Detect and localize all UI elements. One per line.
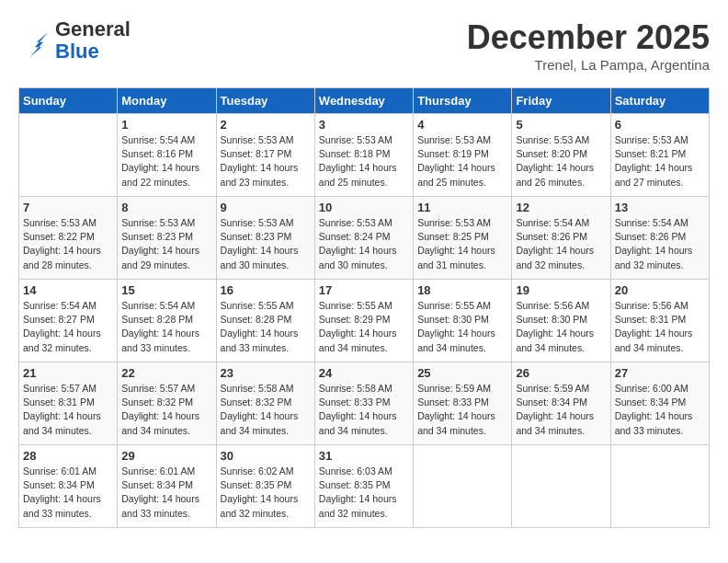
calendar-cell: 14Sunrise: 5:54 AM Sunset: 8:27 PM Dayli… (19, 280, 118, 362)
day-detail: Sunrise: 5:53 AM Sunset: 8:19 PM Dayligh… (417, 133, 507, 190)
calendar-week-4: 21Sunrise: 5:57 AM Sunset: 8:31 PM Dayli… (19, 362, 710, 445)
calendar-cell: 7Sunrise: 5:53 AM Sunset: 8:22 PM Daylig… (19, 197, 118, 280)
calendar-week-5: 28Sunrise: 6:01 AM Sunset: 8:34 PM Dayli… (19, 445, 710, 528)
day-number: 22 (121, 366, 211, 380)
day-detail: Sunrise: 6:01 AM Sunset: 8:34 PM Dayligh… (23, 465, 113, 521)
logo-icon (18, 24, 51, 57)
day-detail: Sunrise: 5:54 AM Sunset: 8:28 PM Dayligh… (121, 299, 211, 355)
month-title: December 2025 (467, 18, 710, 57)
day-number: 27 (615, 366, 705, 380)
calendar-cell: 9Sunrise: 5:53 AM Sunset: 8:23 PM Daylig… (216, 197, 314, 280)
day-number: 14 (23, 283, 113, 297)
day-detail: Sunrise: 5:55 AM Sunset: 8:30 PM Dayligh… (417, 299, 507, 355)
calendar-cell: 3Sunrise: 5:53 AM Sunset: 8:18 PM Daylig… (314, 114, 413, 197)
day-number: 26 (516, 366, 606, 380)
calendar-body: 1Sunrise: 5:54 AM Sunset: 8:16 PM Daylig… (19, 114, 710, 528)
day-number: 31 (319, 449, 409, 463)
day-detail: Sunrise: 6:02 AM Sunset: 8:35 PM Dayligh… (221, 465, 311, 521)
day-number: 9 (221, 201, 311, 214)
col-wednesday: Wednesday (314, 88, 413, 114)
calendar-cell: 6Sunrise: 5:53 AM Sunset: 8:21 PM Daylig… (610, 114, 709, 197)
day-number: 29 (121, 449, 211, 463)
calendar-cell: 12Sunrise: 5:54 AM Sunset: 8:26 PM Dayli… (512, 197, 610, 280)
calendar-cell: 24Sunrise: 5:58 AM Sunset: 8:33 PM Dayli… (314, 362, 413, 445)
calendar-week-3: 14Sunrise: 5:54 AM Sunset: 8:27 PM Dayli… (19, 280, 710, 362)
day-number: 8 (121, 201, 211, 214)
calendar-cell: 8Sunrise: 5:53 AM Sunset: 8:23 PM Daylig… (118, 197, 216, 280)
logo-blue: Blue (55, 40, 131, 63)
header-row: Sunday Monday Tuesday Wednesday Thursday… (19, 88, 710, 114)
day-detail: Sunrise: 5:58 AM Sunset: 8:33 PM Dayligh… (319, 382, 409, 438)
calendar-cell: 21Sunrise: 5:57 AM Sunset: 8:31 PM Dayli… (19, 362, 118, 445)
day-number: 2 (221, 118, 311, 132)
day-detail: Sunrise: 5:56 AM Sunset: 8:30 PM Dayligh… (516, 299, 606, 355)
day-number: 21 (23, 366, 113, 380)
day-number: 20 (615, 283, 705, 297)
calendar-cell: 29Sunrise: 6:01 AM Sunset: 8:34 PM Dayli… (118, 445, 216, 528)
calendar-week-2: 7Sunrise: 5:53 AM Sunset: 8:22 PM Daylig… (19, 197, 710, 280)
day-detail: Sunrise: 5:54 AM Sunset: 8:26 PM Dayligh… (615, 216, 705, 272)
calendar-table: Sunday Monday Tuesday Wednesday Thursday… (18, 87, 710, 528)
day-number: 15 (121, 283, 211, 297)
day-detail: Sunrise: 5:56 AM Sunset: 8:31 PM Dayligh… (615, 299, 705, 355)
calendar-cell: 26Sunrise: 5:59 AM Sunset: 8:34 PM Dayli… (512, 362, 610, 445)
day-detail: Sunrise: 6:00 AM Sunset: 8:34 PM Dayligh… (615, 382, 705, 438)
logo-text: General Blue (55, 18, 131, 63)
calendar-cell: 18Sunrise: 5:55 AM Sunset: 8:30 PM Dayli… (414, 280, 512, 362)
col-thursday: Thursday (414, 88, 512, 114)
calendar-cell: 23Sunrise: 5:58 AM Sunset: 8:32 PM Dayli… (216, 362, 314, 445)
day-detail: Sunrise: 5:53 AM Sunset: 8:21 PM Dayligh… (615, 133, 705, 190)
calendar-cell (512, 445, 610, 528)
day-number: 3 (319, 118, 409, 132)
day-detail: Sunrise: 5:53 AM Sunset: 8:20 PM Dayligh… (516, 133, 606, 190)
day-number: 16 (221, 283, 311, 297)
logo-general: General (55, 18, 131, 40)
day-number: 7 (23, 201, 113, 214)
logo: General Blue (18, 18, 131, 63)
day-detail: Sunrise: 5:53 AM Sunset: 8:23 PM Dayligh… (221, 216, 311, 272)
calendar-cell: 16Sunrise: 5:55 AM Sunset: 8:28 PM Dayli… (216, 280, 314, 362)
calendar-week-1: 1Sunrise: 5:54 AM Sunset: 8:16 PM Daylig… (19, 114, 710, 197)
day-detail: Sunrise: 5:53 AM Sunset: 8:18 PM Dayligh… (319, 133, 409, 190)
day-detail: Sunrise: 5:53 AM Sunset: 8:23 PM Dayligh… (121, 216, 211, 272)
day-detail: Sunrise: 6:01 AM Sunset: 8:34 PM Dayligh… (121, 465, 211, 521)
day-detail: Sunrise: 5:59 AM Sunset: 8:33 PM Dayligh… (417, 382, 507, 438)
col-monday: Monday (118, 88, 216, 114)
calendar-cell: 17Sunrise: 5:55 AM Sunset: 8:29 PM Dayli… (314, 280, 413, 362)
calendar-cell: 10Sunrise: 5:53 AM Sunset: 8:24 PM Dayli… (314, 197, 413, 280)
day-number: 10 (319, 201, 409, 214)
col-saturday: Saturday (610, 88, 709, 114)
calendar-cell: 31Sunrise: 6:03 AM Sunset: 8:35 PM Dayli… (314, 445, 413, 528)
calendar-header: Sunday Monday Tuesday Wednesday Thursday… (19, 88, 710, 114)
day-detail: Sunrise: 5:53 AM Sunset: 8:24 PM Dayligh… (319, 216, 409, 272)
svg-marker-0 (30, 32, 49, 57)
day-number: 24 (319, 366, 409, 380)
calendar-cell: 28Sunrise: 6:01 AM Sunset: 8:34 PM Dayli… (19, 445, 118, 528)
day-detail: Sunrise: 5:53 AM Sunset: 8:25 PM Dayligh… (417, 216, 507, 272)
calendar-cell: 1Sunrise: 5:54 AM Sunset: 8:16 PM Daylig… (118, 114, 216, 197)
day-number: 25 (417, 366, 507, 380)
page-header: General Blue December 2025 Trenel, La Pa… (18, 18, 710, 73)
day-number: 23 (221, 366, 311, 380)
day-detail: Sunrise: 5:54 AM Sunset: 8:26 PM Dayligh… (516, 216, 606, 272)
calendar-cell (19, 114, 118, 197)
day-number: 19 (516, 283, 606, 297)
day-detail: Sunrise: 5:59 AM Sunset: 8:34 PM Dayligh… (516, 382, 606, 438)
calendar-cell (610, 445, 709, 528)
day-detail: Sunrise: 5:58 AM Sunset: 8:32 PM Dayligh… (221, 382, 311, 438)
col-friday: Friday (512, 88, 610, 114)
day-detail: Sunrise: 5:54 AM Sunset: 8:27 PM Dayligh… (23, 299, 113, 355)
calendar-cell: 22Sunrise: 5:57 AM Sunset: 8:32 PM Dayli… (118, 362, 216, 445)
day-detail: Sunrise: 5:57 AM Sunset: 8:32 PM Dayligh… (121, 382, 211, 438)
calendar-cell: 15Sunrise: 5:54 AM Sunset: 8:28 PM Dayli… (118, 280, 216, 362)
calendar-cell: 11Sunrise: 5:53 AM Sunset: 8:25 PM Dayli… (414, 197, 512, 280)
day-detail: Sunrise: 6:03 AM Sunset: 8:35 PM Dayligh… (319, 465, 409, 521)
day-number: 5 (516, 118, 606, 132)
day-number: 18 (417, 283, 507, 297)
calendar-cell: 19Sunrise: 5:56 AM Sunset: 8:30 PM Dayli… (512, 280, 610, 362)
calendar-cell: 13Sunrise: 5:54 AM Sunset: 8:26 PM Dayli… (610, 197, 709, 280)
day-detail: Sunrise: 5:53 AM Sunset: 8:17 PM Dayligh… (221, 133, 311, 190)
col-sunday: Sunday (19, 88, 118, 114)
day-number: 4 (417, 118, 507, 132)
day-detail: Sunrise: 5:55 AM Sunset: 8:29 PM Dayligh… (319, 299, 409, 355)
